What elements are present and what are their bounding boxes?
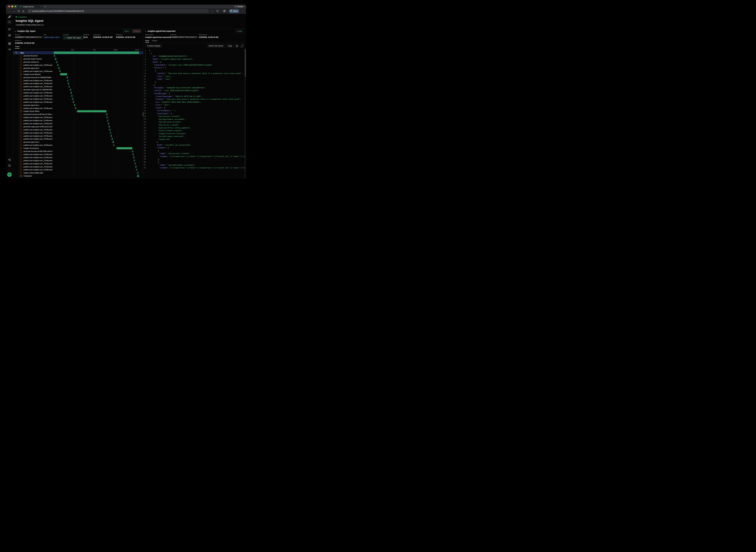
span-bar[interactable]	[133, 150, 133, 152]
reading-mode-icon[interactable]	[222, 9, 226, 13]
span-bar[interactable]	[72, 98, 73, 100]
span-bar[interactable]	[55, 58, 56, 60]
invoke-button[interactable]: Invoke	[235, 29, 244, 33]
span-bar[interactable]	[108, 120, 108, 122]
span-bar[interactable]	[138, 175, 139, 177]
span-bar[interactable]	[133, 153, 134, 155]
home-icon[interactable]	[21, 9, 25, 13]
span-bar[interactable]	[113, 141, 114, 143]
tab-close-icon[interactable]: ×	[40, 6, 41, 8]
span-bar[interactable]	[135, 162, 136, 165]
span-bar[interactable]	[71, 92, 72, 94]
span-bar[interactable]	[59, 67, 59, 69]
span-bar[interactable]	[60, 73, 67, 75]
trace-row[interactable]: >_publish:user:insights:user_2VH6zowmh..…	[13, 70, 143, 73]
span-bar[interactable]	[77, 110, 107, 112]
cancel-button[interactable]: Cancel	[132, 29, 141, 33]
span-bar[interactable]	[60, 70, 60, 72]
payload-code-editor[interactable]: 1[2{3"id": "01KHRMPVZP0V977KAT2GP3ST7J",…	[143, 49, 244, 179]
trace-row[interactable]: >_publish:user:insights:user_2VH6zowmh..…	[13, 153, 143, 156]
span-bar[interactable]	[136, 166, 136, 168]
trace-row[interactable]: Insights Query Writer	[13, 110, 143, 113]
back-icon[interactable]: ←	[8, 9, 12, 13]
help-icon[interactable]: ?	[7, 163, 12, 168]
trace-row[interactable]: >_publish:user:insights:user_2VH6zowmh..…	[13, 107, 143, 110]
trace-row[interactable]: >_publish:user:insights:user_2VH6zowmh..…	[13, 97, 143, 101]
dev-tools-button[interactable]: </>	[7, 172, 12, 177]
trace-row[interactable]: >_generate-agent-ids-0	[13, 67, 143, 70]
trace-row[interactable]: >_publish:user:insights:user_2VH6zowmh..…	[13, 101, 143, 104]
trace-row[interactable]: >_generate-agent-ids-1	[13, 104, 143, 107]
trace-row[interactable]: >_publish:user:insights:user_2VH6zowmh..…	[13, 131, 143, 134]
span-bar[interactable]	[70, 89, 71, 91]
app-link[interactable]: insights-agent-client	[43, 36, 63, 38]
trace-row[interactable]: >_generate-tool-part-id-887aa111-5d4e-45…	[13, 113, 143, 116]
span-bar[interactable]	[110, 129, 110, 131]
trace-row[interactable]: >_generate-output-part-id-c458648f-8d6..…	[13, 88, 143, 91]
span-bar[interactable]	[57, 61, 57, 63]
trace-row[interactable]: >_publish:user:insights:user_2VH6zowmh..…	[13, 63, 143, 67]
trace-row[interactable]: >_publish:user:insights:user_2VH6zowmh..…	[13, 159, 143, 162]
span-bar[interactable]	[74, 104, 75, 106]
trace-row[interactable]: >_publish:user:insights:user_2VH6zowmh..…	[13, 137, 143, 141]
span-bar[interactable]	[67, 76, 68, 79]
span-bar[interactable]	[72, 95, 72, 97]
profile-button[interactable]: Work	[229, 9, 239, 13]
send-to-dev-server-button[interactable]: Send to Dev Server	[207, 44, 225, 47]
sidebar-item-dev-server[interactable]	[7, 47, 12, 51]
forward-icon[interactable]: →	[12, 9, 16, 13]
trace-row[interactable]: >_publish:user:insights:user_2VH6zowmh..…	[13, 82, 143, 85]
url-bar[interactable]: i localhost:8288/run?runID=01KHRMPW77GVM…	[27, 9, 209, 13]
trace-row[interactable]: >_publish:user:insights:user_2VH6zowmh..…	[13, 91, 143, 94]
trace-row[interactable]: >_publish:user:insights:user_2VH6zowmh..…	[13, 156, 143, 159]
copy-button[interactable]: Copy	[226, 44, 234, 47]
span-bar[interactable]	[75, 107, 76, 109]
span-bar[interactable]	[73, 101, 74, 103]
code-scrollbar-thumb[interactable]	[245, 49, 246, 77]
span-bar[interactable]	[117, 147, 132, 149]
span-bar[interactable]	[107, 113, 107, 115]
trace-row[interactable]: >_publish:user:insights:user_2VH6zowmh..…	[13, 165, 143, 168]
zoom-window-button[interactable]	[14, 6, 16, 7]
bookmark-star-icon[interactable]: ☆	[210, 9, 214, 13]
rerun-button[interactable]: Rerun	[123, 29, 131, 33]
site-info-icon[interactable]: i	[29, 10, 31, 12]
span-bar[interactable]	[108, 123, 109, 125]
span-bar[interactable]	[109, 126, 110, 128]
trace-row[interactable]: Insights Event Matcher	[13, 73, 143, 76]
span-bar[interactable]	[114, 144, 115, 146]
chevron-down-icon[interactable]	[14, 30, 16, 32]
trace-row[interactable]: Insights Summarizer	[13, 147, 143, 150]
expand-icon[interactable]	[240, 44, 244, 47]
span-bar[interactable]	[111, 135, 112, 137]
span-bar[interactable]	[54, 55, 55, 57]
new-tab-button[interactable]: +	[44, 5, 46, 8]
step-count-dropdown[interactable]: 40	[14, 51, 19, 54]
chevron-down-icon[interactable]	[145, 30, 146, 32]
trace-row[interactable]: >_generate-thread-id	[13, 54, 143, 57]
span-bar[interactable]	[138, 172, 138, 174]
reload-icon[interactable]	[17, 9, 21, 13]
function-pill[interactable]: Insights SQL Agent	[63, 36, 83, 39]
span-bar[interactable]	[58, 64, 58, 66]
code-scrollbar[interactable]	[244, 49, 246, 179]
minimize-window-button[interactable]	[11, 6, 13, 7]
trace-row[interactable]: >_generate-output-part-id-887aa111-5d4e.…	[13, 125, 143, 128]
browser-menu-icon[interactable]: ⋮	[240, 9, 244, 13]
sidebar-item-runs[interactable]	[7, 27, 12, 31]
trace-row[interactable]: >_publish:user:insights:user_2VH6zowmh..…	[13, 134, 143, 137]
trace-row[interactable]: >_publish:user:insights:user_2VH6zowmh..…	[13, 119, 143, 122]
gemini-button[interactable]: Gemini	[233, 5, 244, 8]
word-wrap-icon[interactable]	[235, 44, 239, 47]
span-bar[interactable]	[112, 138, 113, 140]
trace-row[interactable]: >_generate-network-id	[13, 60, 143, 63]
run-row[interactable]: 40 Run	[13, 51, 143, 54]
trace-row[interactable]: >_publish:user:insights:user_2VH6zowmh..…	[13, 94, 143, 98]
tab-input[interactable]: Input	[145, 40, 149, 43]
span-bar[interactable]	[68, 83, 69, 85]
close-window-button[interactable]	[8, 6, 10, 7]
tab-trace[interactable]: Trace	[15, 45, 20, 48]
function-payload-button[interactable]: Function Payload	[145, 44, 162, 47]
run-span-bar[interactable]	[54, 51, 139, 54]
trace-row[interactable]: >_publish:user:insights:user_2VH6zowmh..…	[13, 85, 143, 88]
